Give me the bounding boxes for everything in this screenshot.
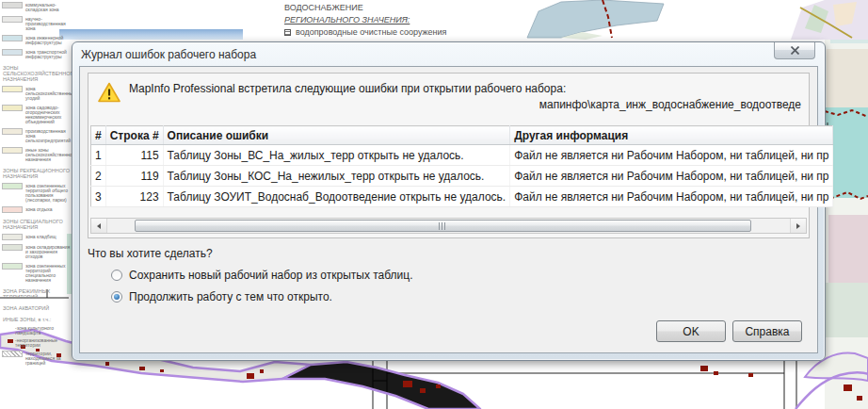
legend-swatch [2,244,23,251]
legend-item: зона сельскохозяйственных угодий [2,86,73,101]
help-button[interactable]: Справка [732,320,802,342]
legend-swatch [2,147,23,154]
map-subsection-title: РЕГИОНАЛЬНОГО ЗНАЧЕНИЯ: [284,14,446,26]
map-section-title: ВОДОСНАБЖЕНИЕ [284,2,446,14]
map-legend: коммунально-складская зона научно-произв… [0,0,73,369]
legend-section-header: ИНЫЕ ЗОНЫ, в т.ч.: [3,317,73,322]
legend-item: зона складирования и захоронения отходов [2,244,73,259]
table-row[interactable]: 3 123 Таблицу ЗОУИТ_Водоснаб_Водоотведен… [91,187,833,207]
error-table: # Строка # Описание ошибки Другая информ… [90,125,833,207]
legend-swatch [2,86,23,92]
radio-label: Сохранить новый рабочий набор из открыты… [129,269,413,282]
column-header-description[interactable]: Описание ошибки [163,126,510,145]
table-row[interactable]: 1 115 Таблицу Зоны_ВС_На_жилых_терр откр… [91,145,833,166]
radio-save-new-workspace[interactable]: Сохранить новый рабочий набор из открыты… [111,269,810,282]
arrow-right-icon [796,223,800,229]
legend-section-header: ЗОНЫ СПЕЦИАЛЬНОГО НАЗНАЧЕНИЯ [3,219,73,230]
scrollbar-thumb[interactable] [135,220,751,232]
legend-item: производственная зона сельхозпредприятий [2,128,73,143]
legend-item: -неорганизованные территории [15,338,73,348]
legend-item: научно-производственная зона [2,16,73,31]
legend-item: зона кладбищ [2,234,73,240]
treatment-facility-icon [284,29,291,36]
close-button[interactable] [774,42,815,59]
scrollbar-grip-icon [439,222,446,230]
dialog-titlebar[interactable]: Журнал ошибок рабочего набора [72,42,825,66]
legend-item: зона инженерной инфраструктуры [2,35,73,45]
column-header-line[interactable]: Строка # [105,126,163,145]
table-row[interactable]: 2 119 Таблицу Зоны_КОС_На_нежилых_терр о… [91,166,833,187]
legend-swatch [2,263,23,270]
legend-swatch [2,49,23,56]
screen: коммунально-складская зона научно-произв… [0,0,868,409]
error-panel: MapInfo Professional встретила следующие… [88,73,810,238]
scrollbar-track[interactable] [107,219,790,233]
error-message: MapInfo Professional встретила следующие… [129,82,803,95]
legend-item: коммунально-складская зона [2,2,73,12]
scroll-left-button[interactable] [91,219,107,233]
workspace-path: мапинфо\карта_инж_водоснабжение_водоотве… [129,95,803,111]
legend-swatch [2,2,23,8]
table-horizontal-scrollbar[interactable] [90,218,807,234]
dialog-title: Журнал ошибок рабочего набора [81,48,256,61]
scroll-right-button[interactable] [790,219,806,233]
legend-item: зона транспортной инфраструктуры [2,49,73,59]
legend-swatch [2,183,23,189]
legend-swatch [2,16,23,23]
column-header-num[interactable]: # [91,126,106,145]
ok-button[interactable]: OK [656,320,726,342]
legend-item: территории, находящиеся за границей [2,351,73,366]
error-log-dialog: Журнал ошибок рабочего набора MapIn [72,41,826,361]
warning-icon [98,82,121,111]
legend-section-header: ЗОНА РЕЖИМНЫХ ТЕРРИТОРИЙ [3,288,73,300]
arrow-left-icon [97,223,101,229]
radio-unselected-icon[interactable] [111,270,122,281]
map-annotation: ВОДОСНАБЖЕНИЕ РЕГИОНАЛЬНОГО ЗНАЧЕНИЯ: во… [284,2,446,39]
legend-item: зона садоводо-огороднических некоммерчес… [2,105,73,124]
radio-selected-icon[interactable] [111,291,122,303]
legend-swatch [2,234,23,240]
radio-label: Продолжить работу с тем что открыто. [129,290,332,303]
legend-swatch [2,35,23,41]
legend-item: -зона культурного ландшафта [15,326,73,335]
legend-section-header: ЗОНЫ СЕЛЬСКОХОЗЯЙСТВЕННОГО НАЗНАЧЕНИЯ [3,65,73,82]
radio-continue-working[interactable]: Продолжить работу с тем что открыто. [111,290,810,303]
dialog-buttons: OK Справка [656,320,802,342]
legend-swatch [2,128,23,135]
legend-swatch [2,206,23,213]
map-facility-label: водопроводные очистные сооружения [296,26,446,39]
legend-section-header: ЗОНА АКВАТОРИЙ [3,305,73,311]
legend-swatch [2,105,23,111]
question-label: Что вы хотите сделать? [88,247,810,260]
close-icon [791,46,799,55]
legend-swatch-hatched [2,351,23,357]
dialog-body: MapInfo Professional встретила следующие… [79,66,818,353]
column-header-info[interactable]: Другая информация [510,126,833,145]
legend-section-header: ЗОНЫ РЕКРЕАЦИОННОГО НАЗНАЧЕНИЯ [3,168,73,179]
legend-item: иные зоны сельскохозяйственного назначен… [2,147,73,162]
table-header-row: # Строка # Описание ошибки Другая информ… [91,126,833,145]
legend-item: зона отдыха [2,206,73,213]
legend-item: зона озелененных территорий специального… [2,263,73,283]
legend-item: зона озелененных территорий общего польз… [2,183,73,203]
